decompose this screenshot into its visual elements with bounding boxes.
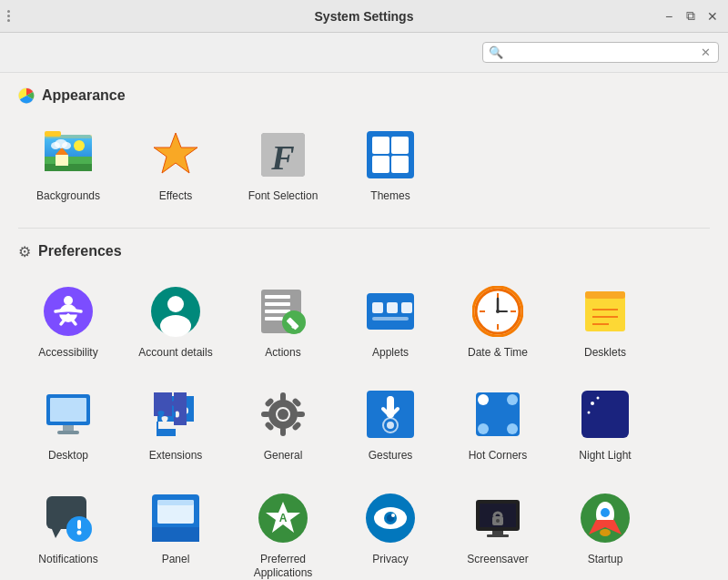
svg-point-78 — [478, 394, 489, 405]
applets-icon — [363, 284, 418, 339]
sidebar-item-backgrounds[interactable]: Backgrounds — [18, 117, 118, 213]
sidebar-item-panel[interactable]: Panel — [126, 480, 226, 580]
svg-point-84 — [597, 397, 600, 400]
actions-label: Actions — [265, 346, 300, 361]
svg-rect-92 — [152, 527, 199, 542]
sidebar-item-account-details[interactable]: Account details — [126, 273, 226, 370]
font-selection-icon: F — [256, 127, 310, 182]
sidebar-item-night-light[interactable]: Night Light — [555, 376, 655, 473]
desklets-icon — [578, 284, 632, 339]
svg-line-28 — [56, 310, 68, 311]
svg-rect-107 — [492, 531, 503, 534]
sidebar-item-extensions[interactable]: Extensions — [126, 376, 226, 473]
main-content: Appearance — [0, 73, 728, 580]
sidebar-item-preferred-applications[interactable]: A Preferred Applications — [233, 480, 333, 580]
themes-label: Themes — [370, 189, 410, 204]
svg-rect-42 — [372, 302, 383, 313]
sidebar-item-actions[interactable]: Actions — [233, 273, 333, 370]
sidebar-item-general[interactable]: General — [233, 376, 333, 473]
window-controls: − ⧉ ✕ — [661, 8, 721, 25]
section-divider — [18, 228, 710, 229]
sidebar-item-themes[interactable]: Themes — [340, 117, 440, 213]
sidebar-item-startup[interactable]: Startup — [555, 480, 655, 580]
sidebar-item-screensaver[interactable]: Screensaver — [448, 480, 548, 580]
svg-rect-36 — [265, 310, 290, 313]
search-input[interactable] — [507, 46, 699, 59]
sidebar-item-font-selection[interactable]: F Font Selection — [233, 117, 333, 213]
svg-point-85 — [588, 412, 591, 414]
svg-rect-20 — [372, 156, 389, 173]
svg-point-113 — [600, 529, 611, 536]
svg-rect-108 — [487, 534, 509, 537]
sidebar-item-desktop[interactable]: Desktop — [18, 376, 118, 473]
general-label: General — [264, 449, 303, 463]
effects-label: Effects — [159, 189, 192, 204]
close-button[interactable]: ✕ — [704, 8, 721, 25]
window-menu-icon[interactable] — [7, 10, 10, 22]
svg-rect-89 — [77, 520, 81, 529]
preferred-applications-label: Preferred Applications — [240, 553, 326, 580]
screensaver-icon — [470, 491, 525, 545]
svg-point-102 — [391, 514, 395, 517]
svg-point-106 — [496, 519, 500, 523]
effects-icon — [148, 127, 203, 182]
svg-rect-44 — [401, 302, 412, 313]
gestures-icon — [363, 387, 418, 442]
svg-rect-37 — [265, 317, 283, 321]
gestures-label: Gestures — [369, 449, 413, 463]
night-light-label: Night Light — [579, 449, 631, 463]
sidebar-item-date-and-time[interactable]: Date & Time — [448, 273, 548, 370]
sidebar-item-accessibility[interactable]: Accessibility — [18, 273, 118, 370]
actions-icon — [256, 284, 310, 339]
svg-point-112 — [601, 508, 610, 517]
restore-button[interactable]: ⧉ — [682, 8, 699, 25]
date-and-time-label: Date & Time — [468, 346, 528, 361]
svg-rect-94 — [157, 500, 194, 505]
backgrounds-icon — [41, 127, 96, 182]
svg-marker-87 — [52, 529, 61, 538]
svg-point-81 — [507, 423, 518, 434]
svg-point-54 — [496, 310, 500, 313]
minimize-button[interactable]: − — [661, 8, 677, 25]
hot-corners-icon — [470, 387, 525, 442]
sidebar-item-notifications[interactable]: Notifications — [18, 480, 118, 580]
startup-label: Startup — [588, 553, 623, 567]
search-clear-button[interactable]: ✕ — [699, 46, 713, 59]
font-selection-label: Font Selection — [248, 189, 318, 204]
screensaver-label: Screensaver — [467, 553, 528, 567]
svg-point-83 — [591, 402, 594, 405]
svg-point-10 — [62, 142, 71, 149]
search-icon: 🔍 — [489, 46, 503, 59]
night-light-icon — [578, 387, 632, 442]
sidebar-item-desklets[interactable]: Desklets — [555, 273, 655, 370]
svg-point-32 — [160, 315, 191, 337]
svg-rect-12 — [45, 135, 92, 138]
sidebar-item-applets[interactable]: Applets — [340, 273, 440, 370]
svg-rect-61 — [50, 398, 86, 422]
notifications-icon — [41, 491, 96, 545]
title-bar: System Settings − ⧉ ✕ — [0, 0, 728, 33]
sidebar-item-privacy[interactable]: Privacy — [340, 480, 440, 580]
svg-rect-74 — [387, 396, 394, 418]
svg-point-7 — [74, 140, 85, 151]
svg-rect-43 — [387, 302, 398, 313]
sidebar-item-hot-corners[interactable]: Hot Corners — [448, 376, 548, 473]
svg-text:F: F — [270, 138, 294, 177]
privacy-label: Privacy — [372, 553, 408, 567]
account-details-icon — [148, 284, 203, 339]
sidebar-item-effects[interactable]: Effects — [126, 117, 226, 213]
extensions-label: Extensions — [149, 449, 203, 463]
date-and-time-icon — [470, 284, 525, 339]
svg-rect-34 — [265, 295, 290, 299]
search-box[interactable]: 🔍 ✕ — [482, 42, 719, 63]
svg-rect-5 — [56, 155, 68, 166]
preferences-gear-icon: ⚙ — [18, 243, 31, 260]
svg-rect-63 — [57, 431, 79, 434]
svg-text:A: A — [279, 512, 288, 524]
startup-icon — [578, 491, 632, 545]
preferences-section-header: ⚙ Preferences — [18, 243, 710, 260]
desklets-label: Desklets — [584, 346, 626, 361]
svg-rect-21 — [391, 156, 409, 173]
preferences-items-grid: Accessibility Account details — [18, 273, 710, 580]
sidebar-item-gestures[interactable]: Gestures — [340, 376, 440, 473]
